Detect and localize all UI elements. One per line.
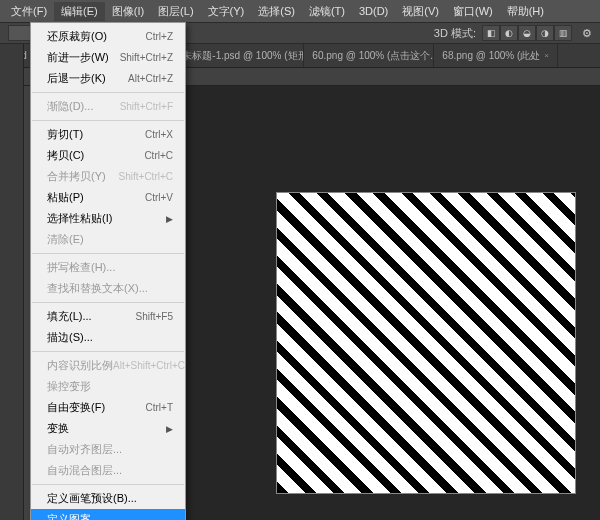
- menu-item[interactable]: 自由变换(F)Ctrl+T: [31, 397, 185, 418]
- chevron-right-icon: ▶: [166, 424, 173, 434]
- chevron-right-icon: ▶: [166, 214, 173, 224]
- menu-item[interactable]: 还原裁剪(O)Ctrl+Z: [31, 26, 185, 47]
- menu-item[interactable]: 定义画笔预设(B)...: [31, 488, 185, 509]
- menu-item-shortcut: Ctrl+T: [146, 402, 174, 413]
- options-3d-label: 3D 模式:: [434, 26, 476, 41]
- menu-item-shortcut: Alt+Shift+Ctrl+C: [113, 360, 185, 371]
- menu-item-label: 描边(S)...: [47, 330, 93, 345]
- menu-文字[interactable]: 文字(Y): [201, 2, 252, 21]
- menu-item-shortcut: Shift+Ctrl+C: [119, 171, 173, 182]
- menu-item-label: 拷贝(C): [47, 148, 84, 163]
- menu-item-label: 剪切(T): [47, 127, 83, 142]
- menu-item[interactable]: 变换▶: [31, 418, 185, 439]
- menu-滤镜[interactable]: 滤镜(T): [302, 2, 352, 21]
- menu-item-label: 内容识别比例: [47, 358, 113, 373]
- menu-图像[interactable]: 图像(I): [105, 2, 151, 21]
- gear-icon[interactable]: ⚙: [582, 27, 592, 40]
- menu-item[interactable]: 剪切(T)Ctrl+X: [31, 124, 185, 145]
- menu-item-label: 还原裁剪(O): [47, 29, 107, 44]
- menu-item-shortcut: Ctrl+V: [145, 192, 173, 203]
- menu-item[interactable]: 粘贴(P)Ctrl+V: [31, 187, 185, 208]
- menu-item[interactable]: 后退一步(K)Alt+Ctrl+Z: [31, 68, 185, 89]
- menu-item[interactable]: 描边(S)...: [31, 327, 185, 348]
- menu-item-label: 自动混合图层...: [47, 463, 122, 478]
- close-icon[interactable]: ×: [544, 51, 549, 60]
- menu-item: 合并拷贝(Y)Shift+Ctrl+C: [31, 166, 185, 187]
- menu-item: 查找和替换文本(X)...: [31, 278, 185, 299]
- menu-图层[interactable]: 图层(L): [151, 2, 200, 21]
- edit-menu: 还原裁剪(O)Ctrl+Z前进一步(W)Shift+Ctrl+Z后退一步(K)A…: [30, 22, 186, 520]
- menu-item-label: 定义图案...: [47, 512, 100, 520]
- menu-item-label: 变换: [47, 421, 69, 436]
- menu-文件[interactable]: 文件(F): [4, 2, 54, 21]
- menu-item-label: 渐隐(D)...: [47, 99, 93, 114]
- document-tab[interactable]: 未标题-1.psd @ 100% (矩形 1,...×: [174, 44, 304, 67]
- menu-item[interactable]: 前进一步(W)Shift+Ctrl+Z: [31, 47, 185, 68]
- menu-item-label: 自由变换(F): [47, 400, 105, 415]
- menu-item[interactable]: 定义图案...: [31, 509, 185, 520]
- menu-item: 自动混合图层...: [31, 460, 185, 481]
- document-tab[interactable]: 68.png @ 100% (此处×: [434, 44, 558, 67]
- menu-item-label: 粘贴(P): [47, 190, 84, 205]
- menu-item: 渐隐(D)...Shift+Ctrl+F: [31, 96, 185, 117]
- tool-palette[interactable]: [0, 44, 24, 520]
- menu-item-shortcut: Shift+F5: [135, 311, 173, 322]
- options-3d-buttons[interactable]: ◧◐◒◑▥: [482, 25, 572, 41]
- menu-item: 操控变形: [31, 376, 185, 397]
- menu-item-label: 操控变形: [47, 379, 91, 394]
- menu-item-label: 前进一步(W): [47, 50, 109, 65]
- menu-item[interactable]: 拷贝(C)Ctrl+C: [31, 145, 185, 166]
- menu-item-label: 拼写检查(H)...: [47, 260, 115, 275]
- menu-item-label: 后退一步(K): [47, 71, 106, 86]
- menu-item-label: 查找和替换文本(X)...: [47, 281, 148, 296]
- menu-item-label: 填充(L)...: [47, 309, 92, 324]
- menu-编辑[interactable]: 编辑(E): [54, 2, 105, 21]
- menu-item[interactable]: 填充(L)...Shift+F5: [31, 306, 185, 327]
- menu-item-label: 定义画笔预设(B)...: [47, 491, 137, 506]
- document-canvas[interactable]: [276, 192, 576, 494]
- menu-item: 清除(E): [31, 229, 185, 250]
- menu-item[interactable]: 选择性粘贴(I)▶: [31, 208, 185, 229]
- menu-item-shortcut: Ctrl+X: [145, 129, 173, 140]
- menu-item-shortcut: Ctrl+Z: [146, 31, 174, 42]
- menu-帮助[interactable]: 帮助(H): [500, 2, 551, 21]
- menu-窗口[interactable]: 窗口(W): [446, 2, 500, 21]
- menu-3d[interactable]: 3D(D): [352, 3, 395, 19]
- menu-item: 内容识别比例Alt+Shift+Ctrl+C: [31, 355, 185, 376]
- menu-item-label: 自动对齐图层...: [47, 442, 122, 457]
- menu-视图[interactable]: 视图(V): [395, 2, 446, 21]
- menu-item-label: 清除(E): [47, 232, 84, 247]
- menu-item-shortcut: Shift+Ctrl+F: [120, 101, 173, 112]
- menu-item: 自动对齐图层...: [31, 439, 185, 460]
- menu-item-label: 合并拷贝(Y): [47, 169, 106, 184]
- menu-item-label: 选择性粘贴(I): [47, 211, 112, 226]
- menu-item-shortcut: Ctrl+C: [144, 150, 173, 161]
- menu-item-shortcut: Alt+Ctrl+Z: [128, 73, 173, 84]
- tool-swatch[interactable]: [8, 25, 32, 41]
- menu-选择[interactable]: 选择(S): [251, 2, 302, 21]
- menubar: 文件(F)编辑(E)图像(I)图层(L)文字(Y)选择(S)滤镜(T)3D(D)…: [0, 0, 600, 22]
- menu-item: 拼写检查(H)...: [31, 257, 185, 278]
- document-tab[interactable]: 60.png @ 100% (点击这个...×: [304, 44, 434, 67]
- menu-item-shortcut: Shift+Ctrl+Z: [120, 52, 173, 63]
